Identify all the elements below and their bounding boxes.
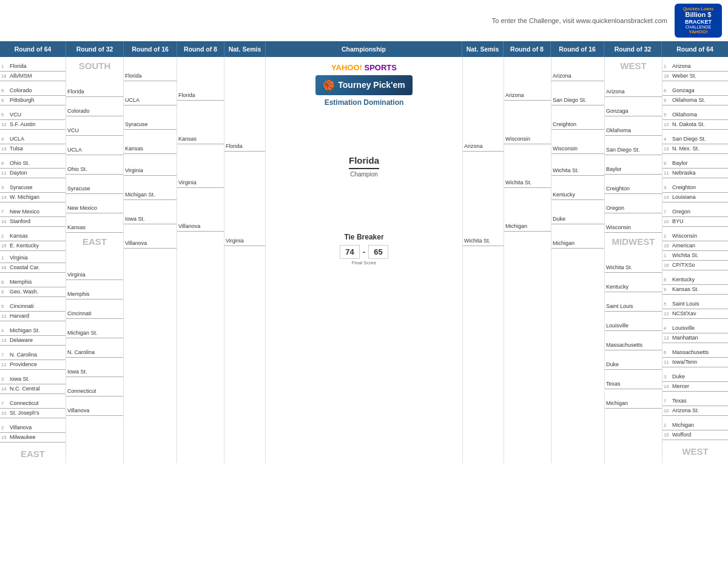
score2[interactable]: 65 <box>368 245 388 259</box>
r8-left: FloridaKansasVirginiaVillanova <box>177 57 224 463</box>
score1[interactable]: 74 <box>340 245 359 259</box>
center-panel: YAHOO! SPORTS 🏀 Tourney Pick'em Estimati… <box>266 57 462 463</box>
team-slot: 5Saint Louis <box>662 299 728 309</box>
advancer-slot: San Diego St. <box>605 146 662 155</box>
team-slot: 13Manhattan <box>662 333 728 343</box>
pickem-banner: 🏀 Tourney Pick'em <box>315 75 412 95</box>
top-bar: To enter the Challenge, visit www.quicke… <box>0 0 728 41</box>
header-champ: Championship <box>266 41 462 57</box>
advancer-slot: Louisville <box>605 321 662 331</box>
r64-right: 1Arizona16Weber St.8Gonzaga9Oklahoma St.… <box>662 57 728 463</box>
advancer-slot: Arizona <box>551 72 604 81</box>
region-label: WEST <box>605 57 662 75</box>
team-slot: 3Iowa St. <box>0 375 66 384</box>
semi-right: ArizonaWichita St. <box>462 57 504 463</box>
header-r16-right: Round of 16 <box>551 41 604 57</box>
r32-right: WEST ArizonaGonzagaOklahomaSan Diego St.… <box>604 57 662 463</box>
team-slot: 9Pittsburgh <box>0 96 66 105</box>
team-slot: 7Oregon <box>662 207 728 217</box>
advancer-slot: Baylor <box>605 165 662 175</box>
team-slot: 14Mercer <box>662 382 728 392</box>
final-score-label: Final Score <box>340 260 388 266</box>
team-slot: 7New Mexico <box>0 207 66 217</box>
header-r32-right: Round of 32 <box>604 41 662 57</box>
team-slot: 3Syracuse <box>0 183 66 193</box>
yahoo-sports-logo: YAHOO! SPORTS <box>331 63 397 73</box>
logo-line2: BRACKET <box>685 19 712 25</box>
advancer-slot: Wisconsin <box>605 223 662 233</box>
team-slot: 2Kansas <box>0 232 66 241</box>
logo-box: Quicken Loans Billion $ BRACKET CHALLENG… <box>675 4 722 38</box>
header-semi-right: Nat. Semis <box>462 41 504 57</box>
team-slot: 13N. Mex. St. <box>662 144 728 154</box>
advancer-slot: Kansas <box>124 144 177 154</box>
team-slot: 4San Diego St. <box>662 135 728 144</box>
advancer-slot: Wichita St. <box>605 263 662 273</box>
advancer-slot: Wichita St. <box>504 178 551 188</box>
team-slot: 7N. Carolina <box>0 350 66 360</box>
team-slot: 13Tulsa <box>0 144 66 154</box>
right-bracket: 1Arizona16Weber St.8Gonzaga9Oklahoma St.… <box>462 57 728 463</box>
advancer-slot: Villanova <box>124 239 177 249</box>
header-r32-left: Round of 32 <box>66 41 124 57</box>
advancer-slot: VCU <box>66 126 123 136</box>
header-r64-left: Round of 64 <box>0 41 66 57</box>
advancer-slot: Massachusetts <box>605 341 662 350</box>
advancer-slot: Duke <box>551 215 604 224</box>
team-slot: 2Michigan <box>662 421 728 430</box>
team-slot: 7Texas <box>662 396 728 406</box>
team-slot: 11Nebraska <box>662 169 728 178</box>
team-slot: 10St. Joseph's <box>0 409 66 418</box>
team-slot: 15American <box>662 241 728 251</box>
team-slot: 12S.F. Austin <box>0 120 66 130</box>
advancer-slot: Wisconsin <box>504 135 551 144</box>
logo-line3: CHALLENGE <box>686 25 711 29</box>
region-label: EAST <box>0 445 66 463</box>
team-slot: 7Connecticut <box>0 399 66 409</box>
team-slot: 10Arizona St. <box>662 406 728 416</box>
logo-line4: YAHOO! <box>689 29 707 35</box>
team-slot: 2Wisconsin <box>662 232 728 241</box>
advancer-slot: Florida <box>124 72 177 81</box>
advancer-slot: Villanova <box>66 406 123 416</box>
advancer-slot: Connecticut <box>66 387 123 396</box>
team-slot: 4Louisville <box>662 324 728 333</box>
team-slot: 1Florida <box>0 62 66 72</box>
advancer-slot: N. Carolina <box>66 348 123 358</box>
east-r64: 1Virginia16Coastal Car.8Memphis9Geo. Was… <box>0 253 66 443</box>
region-label: EAST <box>66 233 123 251</box>
logo-line1: Billion $ <box>686 11 712 18</box>
champion-name: Florida <box>349 155 379 169</box>
advancer-slot: Syracuse <box>66 184 123 194</box>
champion-label: Champion <box>349 171 379 178</box>
advancer-slot: Saint Louis <box>605 302 662 312</box>
advancer-slot: Virginia <box>177 178 224 188</box>
team-slot: 6Massachusetts <box>662 348 728 358</box>
team-slot: 10Stanford <box>0 217 66 227</box>
south-r64: 1Florida16Alb/MSM8Colorado9Pittsburgh5VC… <box>0 62 66 251</box>
advancer-slot: Colorado <box>66 107 123 116</box>
advancer-slot: Arizona <box>504 91 551 101</box>
advancer-slot: San Diego St. <box>551 96 604 105</box>
header-row: Round of 64 Round of 32 Round of 16 Roun… <box>0 41 728 57</box>
r16-left: FloridaUCLASyracuseKansasVirginiaMichiga… <box>124 57 177 463</box>
advancer-slot: UCLA <box>66 146 123 155</box>
header-semi-left: Nat. Semis <box>224 41 266 57</box>
advancer-slot: Oklahoma <box>605 126 662 136</box>
advancer-slot: Wichita St. <box>551 166 604 176</box>
team-slot: 3Duke <box>662 372 728 382</box>
team-slot: 16Coastal Car. <box>0 263 66 273</box>
advancer-slot: UCLA <box>124 96 177 105</box>
header-r8-right: Round of 8 <box>504 41 551 57</box>
advancer-slot: Florida <box>66 87 123 97</box>
team-slot: 2Villanova <box>0 423 66 433</box>
advancer-slot: Florida <box>177 91 224 101</box>
team-slot: 11Dayton <box>0 169 66 178</box>
tiebreaker-box: Tie Breaker 74 - 65 Final Score <box>340 233 388 266</box>
team-slot: 9Geo. Wash. <box>0 287 66 297</box>
advancer-slot: Wisconsin <box>551 144 604 154</box>
team-slot: 6Ohio St. <box>0 159 66 169</box>
advancer-slot: Villanova <box>177 222 224 232</box>
midwest-r64: 1Wichita St.16CP/TXSo8Kentucky9Kansas St… <box>662 251 728 440</box>
advancer-slot: Kansas <box>177 135 224 144</box>
